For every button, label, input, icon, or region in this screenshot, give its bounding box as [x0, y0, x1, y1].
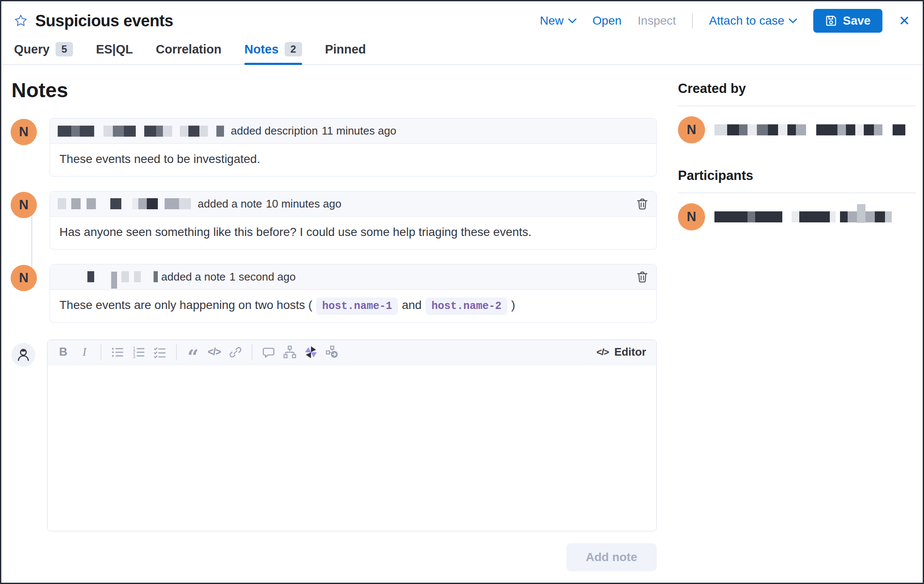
tab-pinned[interactable]: Pinned: [325, 42, 366, 64]
comment-icon[interactable]: [260, 343, 277, 361]
avatar: N: [678, 203, 705, 230]
current-user-avatar: [11, 343, 35, 367]
note-action-text: added description: [231, 124, 318, 138]
quote-icon[interactable]: “: [184, 343, 202, 361]
svg-text:3: 3: [133, 354, 135, 359]
created-by-heading: Created by: [678, 81, 916, 96]
host-name-chip: host.name-2: [426, 298, 507, 315]
note-card: added a note 10 minutes ago Has anyone s…: [50, 191, 657, 250]
tab-query[interactable]: Query 5: [14, 42, 73, 64]
notes-count-badge: 2: [285, 42, 302, 56]
redacted-username: [58, 126, 224, 137]
trash-icon: [636, 270, 649, 283]
inspect-button[interactable]: Inspect: [638, 14, 676, 28]
timeline-tabs: Query 5 ES|QL Correlation Notes 2 Pinned: [1, 35, 923, 65]
page-title: Notes: [11, 79, 657, 102]
note-action-text: added a note: [161, 270, 226, 284]
save-floppy-icon: [825, 15, 837, 27]
query-count-badge: 5: [56, 42, 73, 56]
toolbar-divider: [176, 344, 177, 360]
delete-note-button[interactable]: [636, 197, 649, 210]
add-note-button[interactable]: Add note: [566, 543, 657, 571]
flyout-header: Suspicious events New Open Inspect Attac…: [1, 1, 923, 35]
note-body: These events are only happening on two h…: [50, 290, 656, 323]
italic-icon[interactable]: I: [76, 343, 93, 361]
redacted-username: [714, 124, 905, 135]
header-divider: [692, 13, 693, 28]
editor-toolbar: B I 123 “ </>: [48, 340, 656, 365]
note-action-text: added a note: [198, 197, 262, 211]
code-icon: </>: [596, 347, 609, 358]
participants-heading: Participants: [678, 168, 916, 183]
open-button[interactable]: Open: [593, 14, 622, 28]
avatar: N: [11, 119, 37, 145]
participant-user: N: [678, 203, 916, 230]
ordered-list-icon[interactable]: 123: [130, 343, 148, 361]
note-timestamp: 1 second ago: [230, 270, 296, 284]
note-item: N added description 11 minutes ago These…: [11, 118, 657, 177]
trash-icon: [636, 197, 649, 210]
editor-mode-label[interactable]: </> Editor: [596, 345, 650, 359]
tab-esql[interactable]: ES|QL: [96, 42, 133, 64]
markdown-editor: B I 123 “ </>: [47, 340, 657, 531]
toolbar-divider: [252, 344, 252, 360]
timeline-flyout-window: Suspicious events New Open Inspect Attac…: [0, 0, 924, 584]
note-card: added a note 1 second ago These events a…: [50, 264, 657, 323]
note-item: N added a note 1 second ago: [11, 264, 657, 323]
notes-tab-content: Notes N added description 11 minutes ago…: [1, 65, 923, 571]
user-icon: [16, 347, 31, 362]
notes-list: N added description 11 minutes ago These…: [11, 118, 657, 323]
toolbar-divider: [101, 344, 101, 360]
tab-notes[interactable]: Notes 2: [244, 42, 302, 64]
divider: [678, 193, 916, 193]
delete-note-button[interactable]: [636, 270, 649, 283]
bold-icon[interactable]: B: [54, 343, 72, 361]
divider: [678, 106, 916, 106]
save-button[interactable]: Save: [813, 9, 882, 33]
avatar: N: [11, 265, 37, 291]
note-body: These events need to be investigated.: [50, 144, 656, 176]
close-icon[interactable]: ✕: [899, 14, 910, 28]
avatar: N: [11, 192, 37, 218]
code-icon[interactable]: </>: [205, 343, 223, 361]
new-menu-button[interactable]: New: [540, 14, 577, 28]
redacted-username: [58, 268, 158, 285]
task-list-icon[interactable]: [151, 343, 169, 361]
redacted-username: [58, 198, 191, 209]
note-body: Has anyone seen something like this befo…: [50, 217, 656, 249]
notes-sidebar: Created by N Participants N: [678, 73, 916, 571]
graph-visualize-icon[interactable]: [281, 343, 299, 361]
note-item: N added a note 10 minutes ago: [11, 191, 657, 250]
timeline-title: Suspicious events: [35, 12, 173, 30]
favorite-star-icon[interactable]: [14, 14, 28, 28]
note-timestamp: 11 minutes ago: [322, 124, 396, 138]
avatar: N: [678, 116, 705, 143]
new-note-editor-row: B I 123 “ </>: [11, 340, 657, 531]
redacted-username: [714, 208, 892, 226]
chevron-down-icon: [789, 18, 797, 23]
tab-correlation[interactable]: Correlation: [156, 42, 221, 64]
host-name-chip: host.name-1: [316, 298, 398, 315]
osquery-icon[interactable]: [323, 343, 341, 361]
unordered-list-icon[interactable]: [109, 343, 126, 361]
note-timestamp: 10 minutes ago: [266, 197, 342, 211]
created-by-user: N: [678, 116, 916, 143]
link-icon[interactable]: [227, 343, 244, 361]
chevron-down-icon: [568, 18, 577, 23]
note-card: added description 11 minutes ago These e…: [50, 118, 657, 177]
note-editor-input[interactable]: [48, 365, 656, 531]
timeline-investigate-icon[interactable]: [302, 343, 320, 361]
attach-to-case-button[interactable]: Attach to case: [709, 14, 797, 28]
